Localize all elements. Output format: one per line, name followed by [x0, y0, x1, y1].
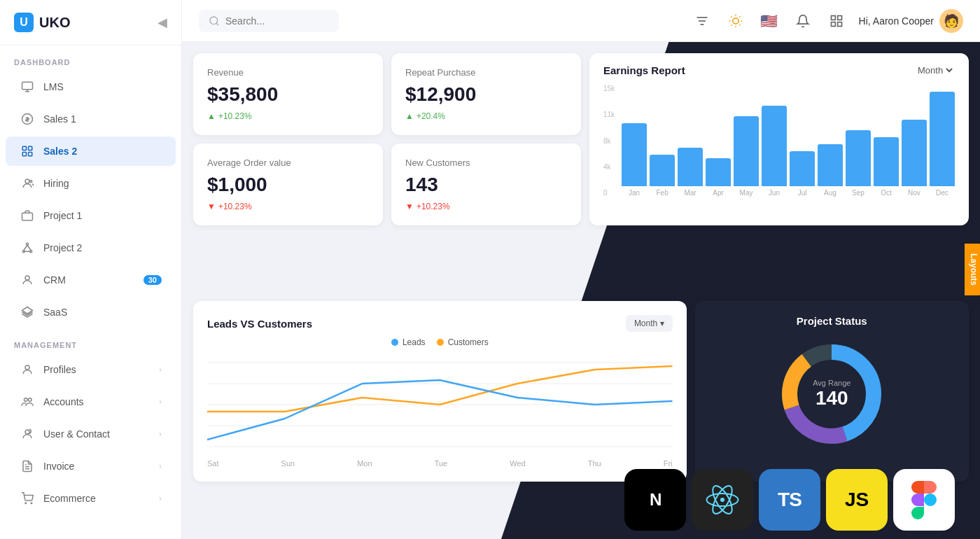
react-icon[interactable]: [692, 469, 753, 531]
logo-icon: U: [14, 13, 34, 32]
bar-month-label: Oct: [881, 189, 892, 197]
main-area: 🇺🇸 Hi, Aaron Cooper 🧑 Revenue $35,: [182, 0, 980, 539]
bar-group: Aug: [818, 144, 843, 197]
revenue-card: Revenue $35,800 ▲ +10.23%: [193, 53, 383, 135]
leads-label: Leads: [402, 337, 426, 347]
collapse-button[interactable]: ◀: [158, 15, 167, 30]
javascript-icon[interactable]: JS: [826, 469, 888, 531]
search-input[interactable]: [225, 15, 323, 27]
sidebar-item-project1[interactable]: Project 1: [6, 201, 176, 230]
bar: [650, 155, 675, 186]
figma-icon[interactable]: [893, 469, 955, 531]
svg-rect-8: [29, 153, 32, 156]
nextjs-icon[interactable]: N: [624, 469, 686, 531]
svg-point-61: [720, 498, 724, 502]
donut-center: Avg Range 140: [813, 379, 850, 410]
repeat-purchase-change: ▲ +20.4%: [405, 111, 567, 121]
x-label-tue: Tue: [435, 459, 448, 468]
sidebar-item-profiles[interactable]: Profiles ›: [6, 355, 176, 384]
sidebar-item-hiring[interactable]: Hiring: [6, 169, 176, 198]
repeat-purchase-card: Repeat Purchase $12,900 ▲ +20.4%: [391, 53, 581, 135]
avatar: 🧑: [939, 9, 963, 33]
sidebar-label-profiles: Profiles: [43, 364, 76, 375]
bar: [818, 144, 843, 186]
bar-group: Apr: [706, 158, 731, 197]
sidebar-item-accounts[interactable]: Accounts ›: [6, 387, 176, 416]
avg-order-change: ▼ +10.23%: [207, 202, 369, 211]
earnings-period-select[interactable]: Month Week Year: [915, 64, 955, 76]
avg-value: 140: [813, 387, 850, 410]
typescript-icon[interactable]: TS: [759, 469, 820, 531]
sidebar-item-invoice[interactable]: Invoice ›: [6, 451, 176, 481]
revenue-label: Revenue: [207, 67, 369, 78]
network-icon: [20, 240, 35, 255]
search-icon: [209, 15, 220, 27]
avg-order-card: Average Order value $1,000 ▼ +10.23%: [193, 144, 383, 225]
sidebar-item-crm[interactable]: CRM 30: [6, 265, 176, 295]
flag-icon[interactable]: 🇺🇸: [758, 10, 780, 32]
sidebar-item-sales1[interactable]: Sales 1: [6, 104, 176, 134]
avg-order-label: Average Order value: [207, 158, 369, 168]
bar: [846, 130, 871, 186]
sidebar-label-hiring: Hiring: [43, 178, 69, 189]
sidebar-label-saas: SaaS: [43, 307, 67, 318]
leads-header: Leads VS Customers Month ▾: [207, 315, 673, 332]
leads-legend: Leads Customers: [207, 337, 673, 347]
new-customers-change: ▼ +10.23%: [405, 202, 567, 211]
earnings-card: Earnings Report Month Week Year 15k 11k …: [589, 53, 969, 225]
stats-grid: Revenue $35,800 ▲ +10.23% Repeat Purchas…: [193, 53, 969, 225]
sidebar-item-ecommerce[interactable]: Ecommerce ›: [6, 484, 176, 513]
bar-group: Sep: [846, 130, 871, 197]
svg-point-20: [25, 365, 29, 370]
leads-period-button[interactable]: Month ▾: [626, 315, 673, 332]
leads-dot: [391, 339, 398, 346]
bar: [874, 137, 899, 186]
filter-button[interactable]: [691, 10, 713, 32]
project-status-title: Project Status: [709, 315, 955, 327]
layouts-tab[interactable]: Layouts: [965, 244, 980, 295]
avg-label: Avg Range: [813, 379, 850, 387]
leads-title: Leads VS Customers: [207, 318, 312, 330]
repeat-purchase-value: $12,900: [405, 83, 567, 106]
crm-badge: 30: [144, 275, 162, 285]
down-arrow-icon: ▼: [207, 202, 216, 211]
sidebar-item-lms[interactable]: LMS: [6, 72, 176, 102]
accounts-chevron: ›: [159, 397, 162, 407]
sidebar-item-saas[interactable]: SaaS: [6, 298, 176, 327]
bar-month-label: Dec: [936, 189, 948, 197]
bar-group: Jan: [622, 123, 647, 197]
svg-rect-7: [22, 153, 26, 156]
bar-group: Nov: [902, 120, 927, 197]
hiring-icon: [20, 176, 35, 191]
sidebar: U UKO ◀ DASHBOARD LMS Sales 1 Sales 2 Hi…: [0, 0, 182, 539]
customers-dot: [437, 339, 444, 346]
invoice-icon: [20, 458, 35, 474]
donut-chart-container: Avg Range 140: [709, 338, 955, 450]
svg-line-41: [731, 24, 732, 25]
accounts-icon: [20, 394, 35, 410]
sidebar-label-project2: Project 2: [43, 242, 82, 253]
x-label-sat: Sat: [207, 459, 219, 468]
bar-month-label: Mar: [684, 189, 696, 197]
earnings-bar-chart: JanFebMarAprMayJunJulAugSepOctNovDec: [622, 85, 955, 197]
svg-rect-11: [22, 213, 33, 220]
contact-icon: [20, 426, 35, 442]
sidebar-item-sales2[interactable]: Sales 2: [6, 136, 176, 166]
theme-toggle[interactable]: [724, 10, 747, 32]
content-area: Revenue $35,800 ▲ +10.23% Repeat Purchas…: [182, 42, 980, 539]
search-box[interactable]: [199, 10, 339, 32]
down-arrow-icon2: ▼: [405, 202, 414, 211]
sidebar-item-user-contact[interactable]: User & Contact ›: [6, 419, 176, 449]
svg-line-15: [24, 245, 27, 251]
chart-icon: [20, 144, 35, 159]
notification-bell[interactable]: [792, 10, 814, 32]
sidebar-label-sales1: Sales 1: [43, 113, 76, 125]
sidebar-label-invoice: Invoice: [43, 461, 74, 472]
sidebar-item-project2[interactable]: Project 2: [6, 233, 176, 262]
tech-icons-row: N TS JS: [616, 461, 980, 539]
apps-grid[interactable]: [825, 10, 848, 32]
user-contact-chevron: ›: [159, 429, 162, 439]
bar-month-label: Feb: [656, 189, 668, 197]
leads-card: Leads VS Customers Month ▾ Leads Custome…: [193, 301, 687, 482]
x-label-wed: Wed: [510, 459, 525, 468]
